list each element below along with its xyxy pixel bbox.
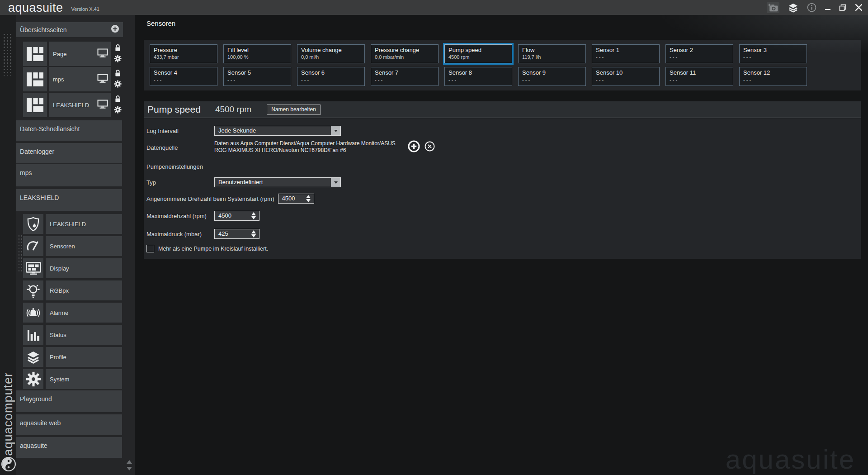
sensor-tile-sensor-4[interactable]: Sensor 4- - - [150,67,217,86]
sensor-tile-sensor-3[interactable]: Sensor 3- - - [739,44,807,63]
scroll-up-arrow-icon[interactable] [127,460,132,464]
aquacomputer-logo-icon [0,456,17,474]
datasource-label: Datenquelle [146,140,214,151]
sensor-tile-sensor-11[interactable]: Sensor 11- - - [665,67,733,86]
add-datasource-button[interactable] [408,140,420,154]
gear-icon[interactable] [114,106,122,115]
sidebar-item-datenlogger[interactable]: Datenlogger [16,143,122,163]
spin-down-button[interactable] [306,199,311,202]
log-interval-select[interactable]: Jede Sekunde [214,126,341,136]
sidebar-item-rgbpx[interactable]: RGBpx [23,280,135,300]
combo-arrow-button[interactable] [331,178,340,187]
sensor-tile-label: Pressure [154,47,213,53]
aquasuite-watermark: aquasuite [726,444,855,475]
sensor-current-value: 4500 rpm [215,104,251,114]
multi-pump-checkbox[interactable] [146,245,154,252]
sensor-tile-flow[interactable]: Flow119,7 l/h [518,44,586,63]
profiles-layers-icon[interactable] [788,3,798,13]
sensor-tile-label: Flow [522,47,582,53]
vertical-brand-text: aquacomputer [1,372,15,456]
sidebar-item-alarme[interactable]: Alarme [23,303,135,323]
sidebar-item-aquasuite-web[interactable]: aquasuite web [16,414,122,435]
sensor-tile-label: Sensor 12 [743,69,803,76]
sidebar-item-leakshield-section[interactable]: LEAKSHIELD [16,189,122,211]
startup-rpm-value: 4500 [278,194,303,203]
sensor-tile-sensor-6[interactable]: Sensor 6- - - [297,67,365,86]
scroll-down-arrow-icon[interactable] [127,467,132,470]
sensor-tile-sensor-9[interactable]: Sensor 9- - - [518,67,586,86]
spin-up-button[interactable] [251,230,256,233]
monitor-icon[interactable] [97,100,108,110]
lock-icon[interactable] [115,69,121,79]
sensor-tile-sensor-5[interactable]: Sensor 5- - - [223,67,291,86]
sensor-tile-pressure[interactable]: Pressure433,7 mbar [150,44,217,63]
sensor-tile-label: Sensor 11 [670,69,729,76]
max-pressure-stepper[interactable]: 425 [214,229,259,239]
sensor-tiles-panel: Pressure433,7 mbarFill level100,00 %Volu… [144,40,861,90]
spin-up-button[interactable] [251,212,256,215]
max-rpm-label: Maximaldrehzahl (rpm) [146,213,214,219]
sensor-detail-panel: Pump speed 4500 rpm Namen bearbeiten Log… [144,101,861,259]
restore-button[interactable] [839,4,846,11]
pump-type-select[interactable]: Benutzerdefiniert [214,177,341,187]
chevron-down-icon [334,181,338,184]
sidebar-item-daten-schnellansicht[interactable]: Daten-Schnellansicht [16,120,122,141]
left-edge-strip: aquacomputer [0,15,16,475]
sidebar-item-aquasuite[interactable]: aquasuite [16,437,122,458]
sidebar-item-leakshield[interactable]: LEAKSHIELD [23,214,135,234]
spin-down-button[interactable] [251,234,256,238]
sensor-tile-value: - - - [670,54,729,60]
sidebar-item-leakshield-page[interactable]: LEAKSHIELD [23,93,135,117]
sensor-tile-fill-level[interactable]: Fill level100,00 % [223,44,291,63]
sensor-tile-value: - - - [154,77,213,82]
lock-icon[interactable] [115,44,121,53]
combo-arrow-button[interactable] [331,126,340,135]
sidebar-item-mps[interactable]: mps [23,67,135,91]
sidebar-item-page[interactable]: Page [23,42,135,66]
lock-icon[interactable] [115,95,121,104]
sidebar-item-playground[interactable]: Playground [16,390,122,412]
pump-type-value: Benutzerdefiniert [215,178,331,187]
sidebar-subitem-label: Alarme [50,309,68,316]
sensor-tile-sensor-12[interactable]: Sensor 12- - - [739,67,807,86]
dashboard-grid-icon [23,42,47,66]
sensor-tile-sensor-7[interactable]: Sensor 7- - - [371,67,439,86]
sensor-tile-label: Sensor 2 [670,47,729,53]
sensor-name: Pump speed [147,104,201,115]
gear-icon[interactable] [114,80,122,90]
titlebar: aquasuite Version X.41 [0,0,868,15]
bulb-icon [23,280,43,300]
sensor-tile-value: - - - [375,77,434,82]
sensor-tile-volume-change[interactable]: Volume change0,0 ml/h [297,44,365,63]
page-title: Sensoren [146,19,175,27]
info-icon[interactable] [807,3,816,12]
sensor-tile-sensor-10[interactable]: Sensor 10- - - [592,67,660,86]
log-interval-value: Jede Sekunde [215,126,331,135]
remove-datasource-button[interactable] [425,141,435,153]
sidebar-item-system[interactable]: System [23,369,135,389]
spin-up-button[interactable] [306,195,311,198]
sidebar-item-display[interactable]: Display [23,258,135,278]
add-page-button[interactable] [111,24,119,35]
sidebar-item-status[interactable]: Status [23,325,135,345]
startup-rpm-stepper[interactable]: 4500 [278,194,314,204]
sensor-tile-sensor-1[interactable]: Sensor 1- - - [592,44,660,63]
max-rpm-stepper[interactable]: 4500 [214,211,259,221]
sensor-tile-label: Pressure change [375,47,434,53]
minimize-button[interactable] [825,5,830,10]
sensor-tile-pressure-change[interactable]: Pressure change0,0 mbar/min [371,44,439,63]
gear-icon[interactable] [114,55,122,64]
spin-down-button[interactable] [251,216,256,219]
sidebar-item-mps-section[interactable]: mps [16,164,122,186]
edit-name-button[interactable]: Namen bearbeiten [267,104,321,115]
screenshot-camera-icon[interactable] [767,2,779,13]
sensor-tile-sensor-8[interactable]: Sensor 8- - - [444,67,512,86]
app-window: aquasuite Version X.41 [0,0,868,475]
monitor-icon[interactable] [97,48,108,59]
sidebar-item-profile[interactable]: Profile [23,347,135,367]
sensor-tile-sensor-2[interactable]: Sensor 2- - - [665,44,733,63]
sidebar-item-sensoren[interactable]: Sensoren [23,236,135,256]
monitor-icon[interactable] [97,74,108,85]
close-button[interactable] [855,4,863,11]
sensor-tile-pump-speed[interactable]: Pump speed4500 rpm [444,44,512,63]
